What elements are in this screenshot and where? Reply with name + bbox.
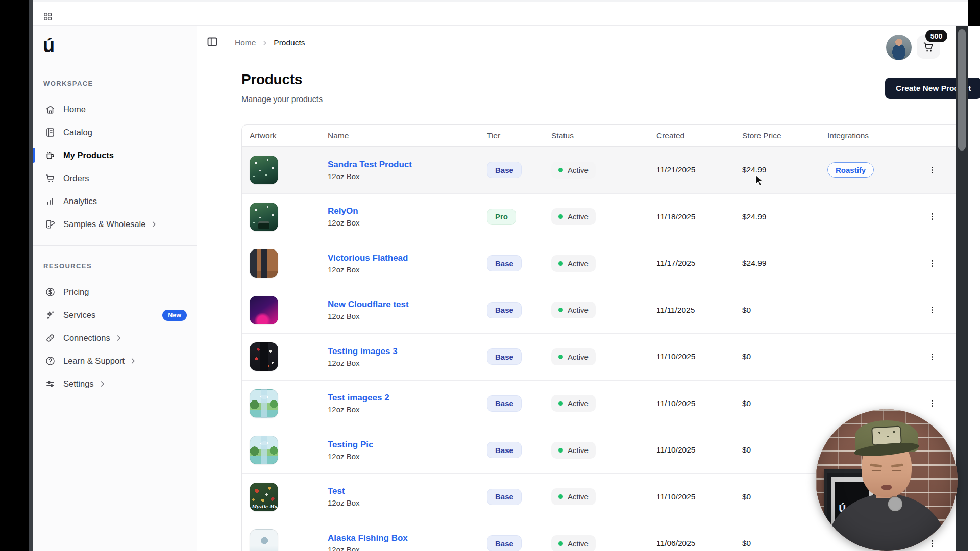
user-avatar[interactable] <box>886 35 912 60</box>
row-actions-menu-button[interactable] <box>925 395 940 412</box>
page-title: Products <box>241 71 302 88</box>
created-date: 11/10/2025 <box>656 492 742 502</box>
product-artwork-thumbnail[interactable] <box>250 389 278 418</box>
status-badge: Active <box>551 208 596 225</box>
scrollbar-track[interactable] <box>956 26 968 551</box>
product-name-link[interactable]: Victorious Flathead <box>328 253 487 263</box>
product-row-victorious-flathead[interactable]: Victorious Flathead 12oz Box Base Active… <box>242 240 967 287</box>
row-actions-menu-button[interactable] <box>925 208 940 226</box>
row-actions-menu-button[interactable] <box>925 255 940 272</box>
product-name-link[interactable]: New Cloudflare test <box>328 299 487 310</box>
created-date: 11/10/2025 <box>656 445 742 455</box>
grid-icon <box>43 12 53 21</box>
sidebar-item-orders[interactable]: Orders <box>33 167 197 190</box>
product-row-relyon[interactable]: RelyOn 12oz Box Pro Active 11/18/2025 $2… <box>242 194 967 241</box>
nav-item-icon <box>45 333 56 343</box>
row-actions-menu-button[interactable] <box>925 302 940 319</box>
integration-badge[interactable]: Roastify <box>827 162 874 178</box>
product-artwork-thumbnail[interactable] <box>250 296 278 324</box>
chevron-right-icon <box>129 357 137 365</box>
scrollbar-thumb[interactable] <box>958 29 966 151</box>
resources-section-label: RESOURCES <box>43 262 92 270</box>
chevron-right-icon <box>114 334 123 342</box>
status-badge: Active <box>551 348 596 365</box>
tier-badge: Base <box>487 489 522 505</box>
column-header: Status <box>551 131 656 140</box>
breadcrumb-home-link[interactable]: Home <box>235 38 256 47</box>
status-badge: Active <box>551 162 596 179</box>
sidebar-divider <box>33 245 197 246</box>
product-artwork-thumbnail[interactable] <box>250 249 278 278</box>
column-header: Artwork <box>242 131 328 140</box>
browser-topbar <box>33 2 968 26</box>
product-variant: 12oz Box <box>328 545 487 551</box>
tier-badge: Base <box>487 535 522 551</box>
product-name-link[interactable]: Sandra Test Product <box>328 160 487 170</box>
store-price: $24.99 <box>742 212 827 221</box>
product-name-link[interactable]: RelyOn <box>328 206 487 216</box>
breadcrumb-bar: Home Products 500 <box>197 26 980 70</box>
product-variant: 12oz Box <box>328 452 487 461</box>
sidebar-item-analytics[interactable]: Analytics <box>33 190 197 213</box>
nav-item-label: Learn & Support <box>63 356 125 366</box>
product-row-testing-images-3[interactable]: Testing images 3 12oz Box Base Active 11… <box>242 334 967 381</box>
app-grid-button[interactable] <box>41 10 54 23</box>
product-variant: 12oz Box <box>328 265 487 274</box>
sidebar-item-learn-support[interactable]: Learn & Support <box>33 349 197 372</box>
kebab-icon <box>927 352 937 362</box>
nav-item-icon <box>45 127 56 138</box>
status-dot <box>558 541 563 546</box>
product-variant: 12oz Box <box>328 218 487 227</box>
status-badge: Active <box>551 302 596 318</box>
status-dot <box>558 448 563 453</box>
product-name-link[interactable]: Testing images 3 <box>328 346 487 357</box>
created-date: 11/21/2025 <box>656 165 742 174</box>
product-name-link[interactable]: Test <box>328 486 487 496</box>
product-name-link[interactable]: Testing Pic <box>328 440 487 450</box>
sidebar-toggle-button[interactable] <box>206 36 222 51</box>
status-dot <box>558 355 563 359</box>
chevron-right-icon <box>261 39 268 47</box>
product-name-link[interactable]: Alaska Fishing Box <box>328 533 487 543</box>
cart-count-badge: 500 <box>925 30 947 42</box>
row-actions-menu-button[interactable] <box>925 161 940 179</box>
kebab-icon <box>927 305 937 315</box>
column-header: Store Price <box>742 131 827 140</box>
product-artwork-thumbnail[interactable] <box>250 342 278 371</box>
store-price: $24.99 <box>742 259 827 268</box>
sidebar-item-samples-wholesale[interactable]: Samples & Wholesale <box>33 213 197 236</box>
tier-badge: Base <box>487 395 522 412</box>
status-dot <box>558 494 563 499</box>
breadcrumb: Home Products <box>235 38 305 47</box>
status-badge: Active <box>551 535 596 551</box>
sidebar-item-settings[interactable]: Settings <box>33 372 197 395</box>
webcam-overlay: ú <box>816 409 958 551</box>
nav-item-icon <box>45 150 56 161</box>
product-row-new-cloudflare-test[interactable]: New Cloudflare test 12oz Box Base Active… <box>242 287 967 334</box>
row-actions-menu-button[interactable] <box>925 348 940 365</box>
workspace-section-label: WORKSPACE <box>43 80 93 87</box>
store-price: $24.99 <box>742 165 827 174</box>
product-row-sandra-test-product[interactable]: Sandra Test Product 12oz Box Base Active… <box>242 147 967 194</box>
sidebar-item-services[interactable]: Services New <box>33 304 197 327</box>
nav-item-label: Pricing <box>63 287 89 297</box>
product-artwork-thumbnail[interactable] <box>250 529 278 551</box>
nav-item-label: Analytics <box>63 196 97 206</box>
product-name-link[interactable]: Test imagees 2 <box>328 393 487 403</box>
product-artwork-thumbnail[interactable] <box>250 436 278 464</box>
product-artwork-thumbnail[interactable]: Mystic Mug <box>250 483 278 511</box>
tier-badge: Base <box>487 442 522 458</box>
kebab-icon <box>927 539 937 548</box>
product-artwork-thumbnail[interactable] <box>250 203 278 231</box>
chevron-right-icon <box>98 380 107 388</box>
product-artwork-thumbnail[interactable] <box>250 156 278 184</box>
sidebar-item-catalog[interactable]: Catalog <box>33 121 197 144</box>
chevron-right-icon <box>150 220 158 229</box>
sidebar-item-home[interactable]: Home <box>33 98 197 121</box>
store-price: $0 <box>742 306 827 315</box>
column-header: Tier <box>487 131 551 140</box>
sidebar-item-my-products[interactable]: My Products <box>33 144 197 167</box>
brand-logo[interactable]: ú <box>43 35 54 57</box>
sidebar-item-connections[interactable]: Connections <box>33 327 197 349</box>
sidebar-item-pricing[interactable]: Pricing <box>33 281 197 304</box>
